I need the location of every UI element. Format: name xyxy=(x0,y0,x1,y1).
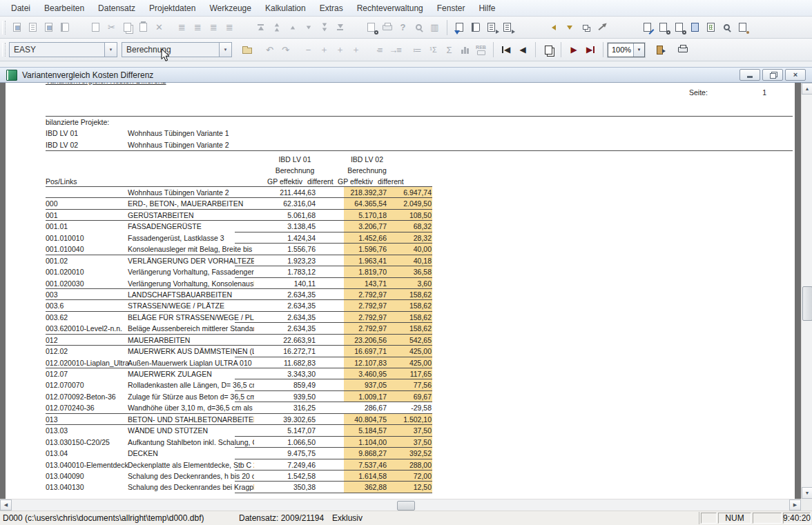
tree-branch-icon[interactable]: ≣ xyxy=(206,20,222,35)
move-last-icon[interactable] xyxy=(332,20,348,35)
easy-combobox[interactable]: EASY ▼ xyxy=(9,42,117,57)
toolbar-grip[interactable] xyxy=(2,43,6,57)
paste-icon[interactable] xyxy=(135,20,151,35)
insert-below-icon[interactable]: ＋ xyxy=(332,42,348,57)
search-icon[interactable] xyxy=(411,20,427,35)
indent-icon[interactable]: →≡ xyxy=(387,42,403,57)
print-report-icon[interactable] xyxy=(675,42,690,57)
toolbar-grip[interactable] xyxy=(2,21,6,34)
menu-item[interactable]: Kalkulation xyxy=(258,1,313,16)
reb-icon[interactable]: REB xyxy=(473,42,489,57)
table-row: 000ERD-, BETON-, MAUERARBEITEN62.316,046… xyxy=(6,198,795,209)
horizontal-scrollbar[interactable]: ◀ ▶ xyxy=(0,499,801,511)
layout-columns-icon[interactable]: ▥ xyxy=(427,20,443,35)
redo-icon[interactable]: ↷ xyxy=(278,42,293,57)
import-book-icon[interactable] xyxy=(467,20,483,35)
restore-button[interactable] xyxy=(762,69,783,81)
help-icon[interactable]: ? xyxy=(395,20,411,35)
tree-list-icon[interactable]: ≣ xyxy=(190,20,206,35)
chevron-down-icon[interactable]: ▼ xyxy=(633,43,644,57)
table-row: 001.01FASSADENGERÜSTE3.138,453.206,7768,… xyxy=(6,221,795,232)
tree-insert-icon[interactable]: ≣ xyxy=(222,20,238,35)
export-doc-icon[interactable] xyxy=(483,20,499,35)
first-page-button[interactable]: ◀ xyxy=(498,42,514,57)
cut-icon[interactable]: ✂ xyxy=(104,20,119,35)
move-up-fast-icon[interactable] xyxy=(269,20,284,35)
search-position-icon[interactable] xyxy=(655,20,671,35)
report-design-icon[interactable] xyxy=(9,20,25,35)
import-doc-icon[interactable] xyxy=(452,20,467,35)
menu-item[interactable]: Rechteverwaltung xyxy=(350,1,430,16)
chevron-down-icon[interactable]: ▼ xyxy=(219,43,231,57)
report-book-icon[interactable] xyxy=(57,20,72,35)
zoom-position-icon[interactable] xyxy=(719,20,735,35)
transfer-doc-icon[interactable] xyxy=(499,20,515,35)
close-button[interactable]: × xyxy=(785,69,806,81)
stats-chart-icon[interactable] xyxy=(457,42,473,57)
vertical-scroll-thumb[interactable] xyxy=(802,286,812,321)
report-image-icon[interactable] xyxy=(41,20,57,35)
move-first-icon[interactable] xyxy=(253,20,269,35)
tile-windows-icon[interactable] xyxy=(577,20,593,35)
minimize-button[interactable] xyxy=(740,69,760,81)
outdent-icon[interactable]: ·≡ xyxy=(371,42,387,57)
layer-combobox[interactable]: Berechnung ▼ xyxy=(122,42,232,57)
menu-item[interactable]: Datensatz xyxy=(91,1,142,16)
menu-item[interactable]: Fenster xyxy=(430,1,472,16)
report-text-icon[interactable] xyxy=(25,20,41,35)
toolbar-separator xyxy=(447,20,447,35)
goto-back-icon[interactable] xyxy=(545,20,561,35)
column-header-diff-lv2: different xyxy=(378,177,404,186)
move-down-fast-icon[interactable] xyxy=(316,20,332,35)
status-file-path: D000 (c:\users\chris\documents\allright\… xyxy=(3,513,204,523)
menu-item[interactable]: Extras xyxy=(313,1,350,16)
next-page-button[interactable]: ▶ xyxy=(566,42,582,57)
menu-item[interactable]: Datei xyxy=(4,1,37,16)
copy-icon[interactable] xyxy=(119,20,135,35)
zoom-combobox[interactable]: 100% ▼ xyxy=(608,43,645,57)
table-row: 012.070070Rolladenkasten alle Längen, D=… xyxy=(6,379,795,390)
last-page-button[interactable]: ▶ xyxy=(582,42,599,57)
goto-down-icon[interactable] xyxy=(561,20,577,35)
open-lv-icon[interactable] xyxy=(687,20,703,35)
scroll-right-button[interactable]: ▶ xyxy=(789,499,801,511)
undo-icon[interactable]: ↶ xyxy=(262,42,278,57)
insert-sub-icon[interactable]: ＋ xyxy=(348,42,364,57)
vertical-scrollbar[interactable]: ▲ ▼ xyxy=(801,83,812,499)
scroll-up-button[interactable]: ▲ xyxy=(802,83,812,95)
toolbar-main: ✂ ✕ ≣ ≣ ≣ ≣ ? ▥ xyxy=(0,17,812,39)
table-view-icon[interactable] xyxy=(703,20,719,35)
menu-item[interactable]: Projektdaten xyxy=(142,1,202,16)
move-down-icon[interactable] xyxy=(300,20,316,35)
sum-positions-icon[interactable]: ¹Σ xyxy=(425,42,441,57)
new-document-icon[interactable] xyxy=(88,20,104,35)
status-record: Datensatz: 2009/21194 xyxy=(239,513,324,523)
copy-pages-icon[interactable] xyxy=(540,42,557,57)
chevron-down-icon[interactable]: ▼ xyxy=(104,43,117,57)
scroll-down-button[interactable]: ▼ xyxy=(802,487,812,499)
insert-above-icon[interactable]: ＋ xyxy=(316,42,332,57)
document-titlebar[interactable]: Variantenvergleich Kosten Differenz × xyxy=(0,67,812,83)
table-row: 001.020010Verlängerung Vorhaltung, Fassa… xyxy=(6,266,795,277)
scroll-left-button[interactable]: ◀ xyxy=(0,499,12,511)
print-preview-icon[interactable] xyxy=(363,20,379,35)
search-text-icon[interactable] xyxy=(671,20,687,35)
open-layer-icon[interactable] xyxy=(239,42,255,57)
numbered-list-icon[interactable]: ≔ xyxy=(409,42,425,57)
print-icon[interactable] xyxy=(379,20,395,35)
menu-item[interactable]: Werkzeuge xyxy=(202,1,258,16)
remove-row-icon[interactable]: − xyxy=(300,42,316,57)
move-up-icon[interactable] xyxy=(284,20,300,35)
menu-item[interactable]: Bearbeiten xyxy=(37,1,91,16)
tree-new-icon[interactable]: ≣ xyxy=(174,20,190,35)
sigma-icon[interactable]: Σ xyxy=(441,42,457,57)
pin-icon[interactable] xyxy=(593,20,609,35)
delete-icon[interactable]: ✕ xyxy=(151,20,167,35)
menu-item[interactable]: Hilfe xyxy=(472,1,502,16)
status-mode: Exklusiv xyxy=(332,513,362,523)
user-rights-icon[interactable] xyxy=(735,20,751,35)
close-preview-icon[interactable] xyxy=(652,42,668,57)
horizontal-scroll-thumb[interactable] xyxy=(397,501,415,511)
previous-page-button[interactable]: ◀ xyxy=(514,42,531,57)
edit-position-icon[interactable] xyxy=(639,20,655,35)
